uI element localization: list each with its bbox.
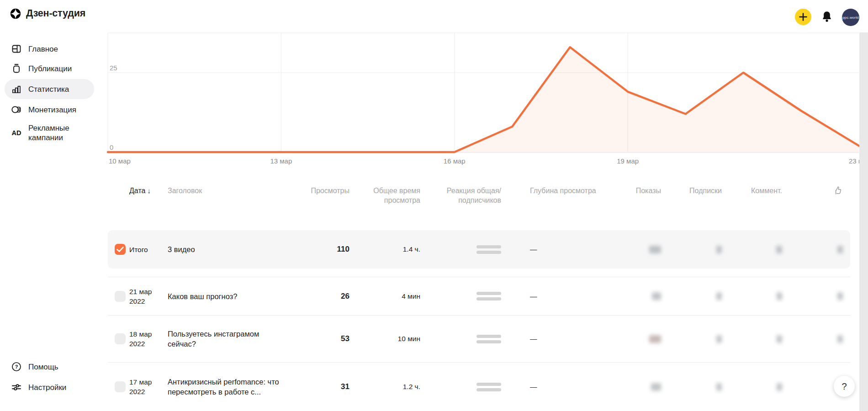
row-date: 21 мар2022 — [129, 277, 168, 315]
row-checkbox[interactable] — [115, 244, 126, 255]
row-impressions — [598, 230, 661, 269]
row-comments — [722, 277, 782, 315]
svg-text:?: ? — [15, 364, 18, 369]
row-likes — [782, 316, 843, 362]
row-date: 17 мар2022 — [129, 363, 168, 411]
row-comments — [722, 230, 782, 269]
stats-table-body: Итого 3 видео 110 1.4 ч. — 21 мар2022 Ка… — [108, 0, 850, 411]
row-subscriptions — [661, 363, 722, 411]
sliders-icon — [11, 382, 22, 393]
row-views: 26 — [292, 277, 349, 315]
row-subscriptions — [661, 277, 722, 315]
row-title: Антикризисный perfomance: что пересмотре… — [168, 363, 292, 411]
row-impressions — [598, 316, 661, 362]
blurred-value — [716, 335, 722, 343]
row-comments — [722, 363, 782, 411]
checkmark-icon — [115, 244, 126, 255]
row-depth: — — [503, 277, 598, 315]
row-reaction-hidden — [420, 230, 503, 269]
row-date: 18 мар2022 — [129, 316, 168, 362]
hidden-bars — [476, 335, 501, 343]
blurred-value — [776, 246, 782, 253]
blurred-value — [777, 383, 782, 391]
question-circle-icon: ? — [11, 361, 22, 372]
sidebar-item-label: Настройки — [28, 383, 66, 392]
row-reaction-hidden — [420, 363, 503, 411]
blurred-value — [649, 335, 661, 343]
blurred-value — [837, 292, 843, 300]
row-checkbox[interactable] — [115, 381, 126, 392]
blurred-value — [716, 383, 722, 391]
blurred-value — [649, 246, 661, 253]
blurred-value — [837, 335, 843, 343]
row-title: Пользуетесь инстаграмом сейчас? — [168, 316, 292, 362]
zen-studio-app: Дзен-студия Главное Публикации Статистик… — [0, 0, 868, 411]
blurred-value — [777, 292, 782, 300]
row-reaction-hidden — [420, 316, 503, 362]
table-row[interactable]: 18 мар2022 Пользуетесь инстаграмом сейча… — [108, 315, 850, 362]
row-watch-time: 1.2 ч. — [349, 363, 420, 411]
row-watch-time: 1.4 ч. — [349, 230, 420, 269]
row-checkbox[interactable] — [115, 333, 126, 344]
row-date: Итого — [129, 230, 168, 269]
blurred-value — [777, 335, 782, 343]
row-title: 3 видео — [168, 230, 292, 269]
sidebar-item-label: Помощь — [28, 362, 58, 372]
row-comments — [722, 316, 782, 362]
row-depth: — — [503, 316, 598, 362]
row-depth: — — [503, 230, 598, 269]
blurred-value — [652, 292, 661, 300]
hidden-bars — [476, 383, 501, 391]
table-row[interactable]: 17 мар2022 Антикризисный perfomance: что… — [108, 362, 850, 411]
row-watch-time: 10 мин — [349, 316, 420, 362]
blurred-value — [651, 383, 661, 391]
row-impressions — [598, 363, 661, 411]
table-row[interactable]: 21 мар2022 Каков ваш прогноз? 26 4 мин — — [108, 277, 850, 315]
row-title: Каков ваш прогноз? — [168, 277, 292, 315]
row-subscriptions — [661, 230, 722, 269]
scrollbar-track[interactable] — [859, 32, 868, 411]
row-impressions — [598, 277, 661, 315]
row-likes — [782, 230, 843, 269]
row-views: 110 — [292, 230, 349, 269]
row-watch-time: 4 мин — [349, 277, 420, 315]
help-button[interactable]: ? — [834, 376, 855, 397]
hidden-bars — [476, 245, 501, 254]
blurred-value — [837, 246, 843, 253]
row-subscriptions — [661, 316, 722, 362]
row-views: 31 — [292, 363, 349, 411]
sidebar-item-settings[interactable]: Настройки — [0, 378, 97, 397]
row-checkbox[interactable] — [115, 291, 126, 302]
row-views: 53 — [292, 316, 349, 362]
sidebar-item-help[interactable]: ? Помощь — [0, 357, 97, 376]
blurred-value — [716, 246, 722, 253]
table-row[interactable]: Итого 3 видео 110 1.4 ч. — — [108, 230, 850, 269]
blurred-value — [716, 292, 722, 300]
hidden-bars — [476, 292, 501, 300]
row-depth: — — [503, 363, 598, 411]
row-likes — [782, 277, 843, 315]
row-reaction-hidden — [420, 277, 503, 315]
